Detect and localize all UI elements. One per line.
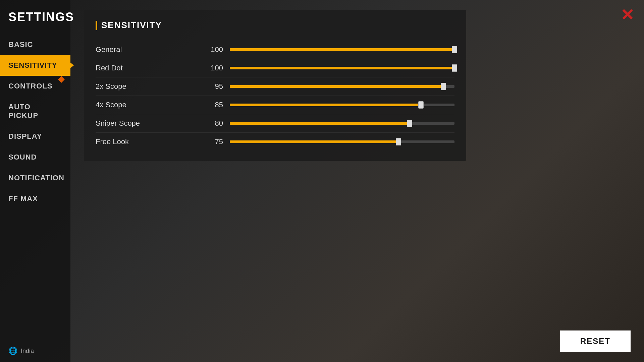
close-icon: ✕ [621,7,634,23]
sens-value-0: 100 [196,45,223,54]
sens-label-3: 4x Scope [96,101,196,109]
sens-value-5: 75 [196,137,223,146]
slider-fill-3 [230,104,421,106]
slider-container-1[interactable] [230,64,454,72]
slider-thumb-1[interactable] [452,64,457,72]
slider-container-0[interactable] [230,46,454,54]
slider-thumb-2[interactable] [441,83,446,90]
slider-track-0 [230,48,454,51]
slider-track-3 [230,104,454,106]
close-button[interactable]: ✕ [617,5,637,25]
section-title: SENSITIVITY [101,20,162,31]
slider-fill-4 [230,122,410,125]
sidebar-nav: BASICSENSITIVITYCONTROLSAUTO PICKUPDISPL… [0,34,70,340]
slider-fill-5 [230,140,398,143]
sensitivity-row-1: Red Dot100 [96,59,454,77]
sensitivity-rows: General100Red Dot1002x Scope954x Scope85… [96,41,454,151]
sens-label-4: Sniper Scope [96,119,196,128]
sens-label-5: Free Look [96,137,196,146]
slider-thumb-4[interactable] [407,120,412,127]
sens-label-1: Red Dot [96,64,196,72]
sidebar-item-auto-pickup[interactable]: AUTO PICKUP [0,97,70,126]
slider-thumb-3[interactable] [418,101,424,109]
sensitivity-row-3: 4x Scope85 [96,96,454,114]
sidebar-item-basic[interactable]: BASIC [0,34,70,55]
slider-container-3[interactable] [230,101,454,109]
app-container: SETTINGS BASICSENSITIVITYCONTROLSAUTO PI… [0,0,644,362]
sens-value-4: 80 [196,119,223,128]
slider-container-2[interactable] [230,82,454,90]
region-label: India [21,348,34,355]
slider-track-2 [230,85,454,88]
app-title: SETTINGS [0,7,70,34]
sens-value-1: 100 [196,64,223,72]
sensitivity-row-5: Free Look75 [96,133,454,151]
sidebar-footer: 🌐 India [0,340,70,362]
slider-track-5 [230,140,454,143]
sens-value-3: 85 [196,101,223,109]
slider-track-4 [230,122,454,125]
slider-fill-1 [230,67,454,69]
main-content: SENSITIVITY General100Red Dot1002x Scope… [70,0,644,362]
sensitivity-row-0: General100 [96,41,454,59]
sidebar-item-display[interactable]: DISPLAY [0,126,70,147]
globe-icon: 🌐 [8,347,17,355]
sensitivity-row-4: Sniper Scope80 [96,114,454,133]
slider-container-4[interactable] [230,119,454,127]
section-header: SENSITIVITY [96,20,454,31]
section-bar [96,21,97,30]
sens-label-0: General [96,45,196,54]
slider-fill-2 [230,85,443,88]
sens-value-2: 95 [196,82,223,91]
slider-thumb-5[interactable] [396,138,401,145]
sidebar-item-sound[interactable]: SOUND [0,147,70,168]
slider-fill-0 [230,48,454,51]
sens-label-2: 2x Scope [96,82,196,91]
settings-panel: SENSITIVITY General100Red Dot1002x Scope… [84,10,466,161]
sidebar-item-sensitivity[interactable]: SENSITIVITY [0,55,70,76]
slider-thumb-0[interactable] [452,46,457,53]
sidebar-item-ff-max[interactable]: FF MAX [0,188,70,209]
sidebar-item-notification[interactable]: NOTIFICATION [0,168,70,188]
sensitivity-row-2: 2x Scope95 [96,77,454,96]
slider-track-1 [230,67,454,69]
slider-container-5[interactable] [230,138,454,146]
sidebar: SETTINGS BASICSENSITIVITYCONTROLSAUTO PI… [0,0,70,362]
